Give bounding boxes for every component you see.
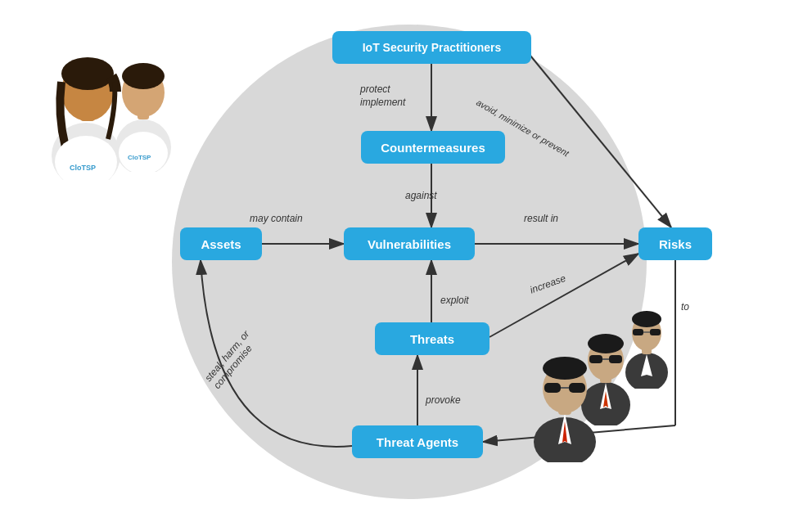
vulnerabilities-box: Vulnerabilities (344, 227, 475, 260)
threat-agent-figure-3 (524, 340, 606, 466)
diagram-container: IoT Security Practitioners Countermeasur… (0, 0, 812, 513)
svg-point-22 (122, 63, 165, 89)
svg-rect-38 (633, 329, 643, 335)
risks-box: Risks (638, 227, 712, 260)
svg-text:CloTSP: CloTSP (70, 164, 96, 172)
iot-practitioner-male: CloTSP (106, 45, 180, 175)
threat-agent-figure-2 (618, 299, 675, 392)
svg-point-50 (543, 357, 587, 380)
provoke-label: provoke (426, 394, 461, 406)
iot-box: IoT Security Practitioners (332, 31, 531, 64)
assets-box: Assets (180, 227, 262, 260)
countermeasures-box: Countermeasures (361, 131, 505, 164)
svg-point-41 (632, 311, 661, 327)
protect-label: protect (360, 83, 390, 95)
svg-rect-39 (650, 329, 661, 335)
against-label: against (405, 190, 437, 201)
threat-agents-box: Threat Agents (352, 425, 483, 458)
svg-rect-48 (569, 383, 585, 393)
to-label: to (681, 301, 689, 313)
threats-box: Threats (375, 322, 489, 355)
exploit-label: exploit (440, 295, 469, 306)
implement-label: implement (360, 97, 405, 108)
result-in-label: result in (524, 213, 558, 224)
may-contain-label: may contain (250, 213, 303, 224)
svg-rect-47 (544, 383, 561, 393)
svg-text:CloTSP: CloTSP (128, 154, 151, 161)
